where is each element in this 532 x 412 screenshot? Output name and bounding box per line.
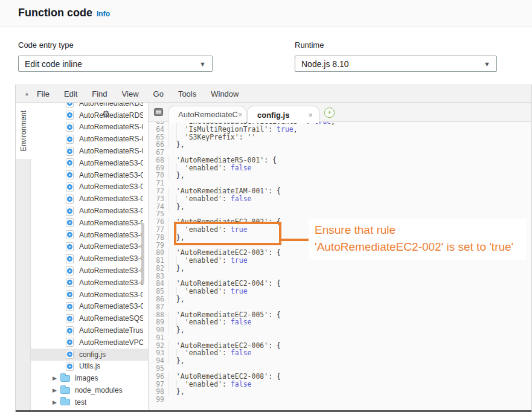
folder-icon — [60, 399, 70, 405]
js-file-icon — [66, 242, 74, 251]
highlight-box — [174, 222, 281, 245]
tree-item-label: AutoRemediateS3-00 — [79, 207, 143, 215]
expand-triangle-icon[interactable]: ▶ — [53, 399, 57, 405]
code-editor-ide: ▲ FileEditFindViewGoToolsWindow Environm… — [15, 85, 532, 412]
tree-item-label: AutoRemediateS3-00 — [79, 182, 143, 191]
tree-item-autoremediates3-00[interactable]: AutoRemediateS3-00 — [31, 181, 148, 193]
close-tab-icon[interactable]: × — [308, 111, 313, 120]
tree-item-label: AutoRemediateRS-02 — [79, 147, 143, 155]
editor-tab-config-js[interactable]: config.js× — [247, 106, 319, 123]
js-file-icon — [66, 135, 74, 144]
tree-item-autoremediaters-00[interactable]: AutoRemediateRS-00 — [31, 121, 148, 134]
tab-label: config.js — [257, 111, 289, 120]
tree-item-label: AutoRemediateS3-01 — [79, 278, 143, 287]
editor-pane: AutoRemediateC×config.js×+ 63 64 65 66 6… — [149, 103, 531, 412]
js-file-icon — [66, 218, 74, 227]
tree-item-config-js[interactable]: config.js — [31, 349, 148, 361]
callout-text-line2: 'AutoRemediateEC2-002' is set to 'true' — [315, 239, 527, 256]
js-file-icon — [66, 123, 74, 132]
tree-item-autoremediatevpc-0[interactable]: AutoRemediateVPC-0 — [31, 336, 148, 349]
function-code-page: Function code Info Code entry type Edit … — [0, 0, 532, 412]
tree-item-autoremediates3-01[interactable]: AutoRemediateS3-01 — [31, 277, 148, 289]
js-file-icon — [66, 170, 74, 179]
code-entry-type-select[interactable]: Edit code inline ▼ — [18, 56, 213, 72]
tree-item-label: node_modules — [75, 386, 123, 394]
collapse-panel-icon[interactable]: ▲ — [24, 91, 30, 97]
tree-item-label: test — [75, 398, 86, 407]
new-tab-button[interactable]: + — [324, 108, 335, 118]
tree-item-test[interactable]: ▶test — [31, 396, 148, 408]
menu-edit[interactable]: Edit — [57, 89, 85, 98]
tree-item-autoremediates3-00[interactable]: AutoRemediateS3-00 — [31, 253, 148, 265]
menu-tools[interactable]: Tools — [171, 89, 204, 98]
tree-item-label: AutoRemediateS3-01 — [79, 302, 143, 311]
tab-environment[interactable]: Environment — [16, 103, 31, 159]
menu-file[interactable]: File — [30, 89, 57, 98]
tree-item-utils-js[interactable]: Utils.js — [31, 361, 148, 373]
tree-item-label: AutoRemediateS3-00 — [79, 171, 143, 179]
code-entry-type-value: Edit code inline — [25, 59, 82, 69]
tree-item-label: AutoRemediateS3-00 — [79, 195, 143, 203]
runtime-label: Runtime — [295, 40, 324, 50]
js-file-icon — [66, 350, 74, 359]
menu-find[interactable]: Find — [85, 89, 114, 98]
js-file-icon — [66, 103, 74, 108]
callout-text-line1: Ensure that rule — [315, 222, 527, 239]
code-entry-type-label: Code entry type — [18, 40, 74, 50]
tree-item-label: config.js — [79, 350, 106, 359]
tree-item-autoremediates3-00[interactable]: AutoRemediateS3-00 — [31, 157, 148, 169]
editor-tab-autoremediatec[interactable]: AutoRemediateC× — [168, 106, 246, 123]
line-number-gutter: 63 64 65 66 67 68 69 70 71 72 73 74 75 7… — [149, 122, 167, 404]
tree-item-autoremediaterds-0[interactable]: AutoRemediateRDS-0 — [31, 109, 148, 121]
callout-connector-line — [281, 239, 309, 241]
tree-item-autoremediaterds-0[interactable]: AutoRemediateRDS-0 — [31, 103, 148, 109]
page-title: Function code — [18, 7, 92, 19]
js-file-icon — [66, 290, 74, 299]
tree-item-autoremediates3-01[interactable]: AutoRemediateS3-01 — [31, 301, 148, 313]
tree-item-label: AutoRemediateS3-00 — [79, 159, 143, 167]
tree-item-label: images — [75, 374, 98, 382]
tree-item-autoremediates3-00[interactable]: AutoRemediateS3-00 — [31, 217, 148, 229]
js-file-icon — [66, 266, 74, 275]
section-header: Function code Info — [0, 0, 532, 27]
tree-item-label: AutoRemediateRS-01 — [79, 135, 143, 143]
close-tab-icon[interactable]: × — [238, 110, 243, 119]
info-link[interactable]: Info — [97, 10, 110, 18]
editor-tabbar: AutoRemediateC×config.js×+ — [149, 103, 531, 122]
expand-triangle-icon[interactable]: ▶ — [53, 375, 57, 381]
tree-item-autoremediates3-00[interactable]: AutoRemediateS3-00 — [31, 241, 148, 253]
tree-item-autoremediaters-01[interactable]: AutoRemediateRS-01 — [31, 133, 148, 145]
tree-item-label: AutoRemediateRDS-0 — [79, 111, 143, 120]
menu-go[interactable]: Go — [146, 89, 171, 98]
tree-item-label: Utils.js — [79, 362, 100, 370]
tree-item-images[interactable]: ▶images — [31, 372, 148, 384]
expand-triangle-icon[interactable]: ▶ — [53, 387, 57, 393]
tab-list-icon[interactable] — [154, 108, 163, 116]
js-file-icon — [66, 207, 74, 216]
tree-item-autoremediates3-00[interactable]: AutoRemediateS3-00 — [31, 193, 148, 205]
callout-card: Ensure that rule 'AutoRemediateEC2-002' … — [309, 219, 527, 260]
folder-icon — [60, 387, 70, 394]
tree-scrollbar[interactable] — [141, 223, 144, 285]
tree-item-autoremediates3-01[interactable]: AutoRemediateS3-01 — [31, 289, 148, 301]
tree-item-autoremediatetruste[interactable]: AutoRemediateTruste — [31, 324, 148, 336]
tree-item-label: AutoRemediateVPC-0 — [79, 338, 143, 347]
js-file-icon — [66, 111, 74, 120]
menu-view[interactable]: View — [115, 89, 146, 98]
tree-item-autoremediates3-00[interactable]: AutoRemediateS3-00 — [31, 229, 148, 241]
js-file-icon — [66, 302, 74, 311]
tree-item-label: AutoRemediateS3-00 — [79, 242, 143, 251]
js-file-icon — [66, 230, 74, 239]
tree-item-autoremediates3-01[interactable]: AutoRemediateS3-01 — [31, 265, 148, 277]
runtime-select[interactable]: Node.js 8.10 ▼ — [295, 56, 497, 72]
tree-item-autoremediates3-00[interactable]: AutoRemediateS3-00 — [31, 169, 148, 181]
tree-item-autoremediates3-00[interactable]: AutoRemediateS3-00 — [31, 205, 148, 217]
tree-item-autoremediatesqs-0[interactable]: AutoRemediateSQS-0 — [31, 312, 148, 324]
code-area[interactable]: 63 64 65 66 67 68 69 70 71 72 73 74 75 7… — [149, 122, 531, 412]
tree-item-label: AutoRemediateS3-00 — [79, 254, 143, 263]
tree-item-node-modules[interactable]: ▶node_modules — [31, 384, 148, 396]
menu-window[interactable]: Window — [204, 89, 246, 98]
environment-label: Environment — [19, 111, 28, 151]
runtime-value: Node.js 8.10 — [301, 59, 349, 69]
tree-item-autoremediaters-02[interactable]: AutoRemediateRS-02 — [31, 145, 148, 157]
